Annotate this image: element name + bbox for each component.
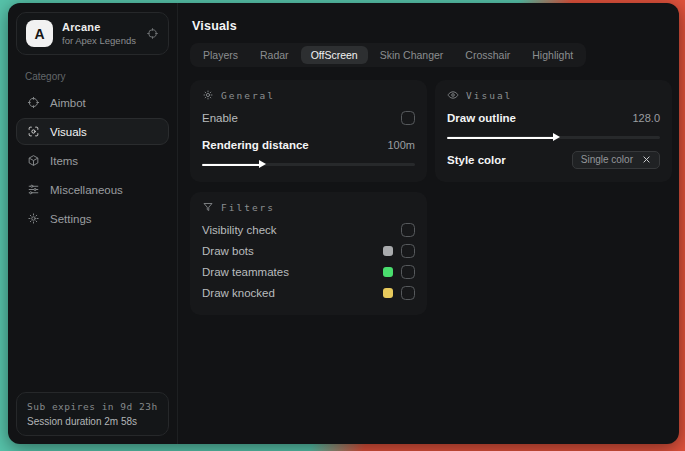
sidebar-item-settings[interactable]: Settings: [16, 205, 169, 232]
draw-knocked-color-swatch[interactable]: [383, 288, 393, 298]
draw-teammates-label: Draw teammates: [202, 266, 289, 278]
filters-panel-title: Filters: [221, 202, 275, 213]
filters-panel-header: Filters: [202, 201, 415, 213]
page-title: Visuals: [190, 13, 672, 43]
sidebar-item-label: Items: [50, 155, 78, 167]
app-logo: A: [26, 20, 53, 47]
draw-bots-row: Draw bots: [202, 240, 415, 261]
sidebar-item-label: Aimbot: [50, 97, 86, 109]
visual-panel-header: Visual: [447, 89, 660, 101]
desktop-background: A Arcane for Apex Legends Category: [0, 0, 685, 451]
enable-row: Enable: [202, 107, 415, 128]
tab-skin-changer[interactable]: Skin Changer: [370, 46, 454, 64]
tab-highlight[interactable]: Highlight: [522, 46, 583, 64]
rendering-distance-row: Rendering distance 100m: [202, 134, 415, 155]
draw-teammates-row: Draw teammates: [202, 261, 415, 282]
visibility-check-row: Visibility check: [202, 219, 415, 240]
rendering-distance-label: Rendering distance: [202, 139, 309, 151]
draw-knocked-label: Draw knocked: [202, 287, 275, 299]
slider-fill: [202, 164, 260, 166]
sidebar-nav: Aimbot Visuals Ite: [8, 87, 177, 234]
subscription-info-card: Sub expires in 9d 23h Session duration 2…: [16, 392, 169, 436]
draw-bots-label: Draw bots: [202, 245, 254, 257]
enable-checkbox[interactable]: [401, 111, 415, 125]
draw-teammates-checkbox[interactable]: [401, 265, 415, 279]
draw-outline-value: 128.0: [632, 112, 660, 124]
general-panel: General Enable Rendering distance 100m: [190, 80, 427, 182]
draw-outline-row: Draw outline 128.0: [447, 107, 660, 128]
app-subtitle: for Apex Legends: [62, 35, 136, 46]
style-color-row: Style color Single color: [447, 149, 660, 170]
tab-offscreen[interactable]: OffScreen: [301, 46, 368, 64]
draw-outline-slider[interactable]: [447, 131, 660, 143]
sidebar-header: A Arcane for Apex Legends: [16, 12, 169, 55]
eye-scan-icon: [27, 125, 40, 138]
rendering-distance-value: 100m: [387, 139, 415, 151]
target-icon[interactable]: [146, 27, 159, 40]
enable-label: Enable: [202, 112, 238, 124]
tab-players[interactable]: Players: [193, 46, 248, 64]
package-icon: [27, 154, 40, 167]
sidebar-item-label: Visuals: [50, 126, 87, 138]
panel-grid: General Enable Rendering distance 100m: [190, 80, 672, 315]
visual-panel: Visual Draw outline 128.0 Style color: [435, 80, 672, 182]
draw-knocked-checkbox[interactable]: [401, 286, 415, 300]
sliders-icon: [27, 183, 40, 196]
draw-outline-label: Draw outline: [447, 112, 516, 124]
filters-panel: Filters Visibility check Draw bots: [190, 192, 427, 315]
style-color-label: Style color: [447, 154, 506, 166]
draw-teammates-color-swatch[interactable]: [383, 267, 393, 277]
sidebar-item-aimbot[interactable]: Aimbot: [16, 89, 169, 116]
sidebar: A Arcane for Apex Legends Category: [8, 3, 178, 444]
sidebar-item-label: Settings: [50, 213, 92, 225]
eye-icon: [447, 89, 459, 101]
sidebar-item-items[interactable]: Items: [16, 147, 169, 174]
tab-crosshair[interactable]: Crosshair: [455, 46, 520, 64]
sun-icon: [202, 89, 214, 101]
slider-fill: [447, 137, 554, 139]
sidebar-item-label: Miscellaneous: [50, 184, 123, 196]
draw-knocked-row: Draw knocked: [202, 282, 415, 303]
visibility-check-checkbox[interactable]: [401, 223, 415, 237]
general-panel-title: General: [221, 90, 275, 101]
funnel-icon: [202, 201, 214, 213]
draw-bots-color-swatch[interactable]: [383, 246, 393, 256]
visibility-check-label: Visibility check: [202, 224, 277, 236]
category-label: Category: [8, 59, 177, 87]
crosshair-icon: [27, 96, 40, 109]
app-window: A Arcane for Apex Legends Category: [8, 3, 679, 444]
gear-icon: [27, 212, 40, 225]
style-color-value: Single color: [581, 154, 633, 165]
style-color-select[interactable]: Single color: [572, 151, 660, 169]
sidebar-item-visuals[interactable]: Visuals: [16, 118, 169, 145]
draw-bots-checkbox[interactable]: [401, 244, 415, 258]
sidebar-item-miscellaneous[interactable]: Miscellaneous: [16, 176, 169, 203]
rendering-distance-slider[interactable]: [202, 158, 415, 170]
app-identity: Arcane for Apex Legends: [62, 21, 136, 46]
tab-bar: Players Radar OffScreen Skin Changer Cro…: [190, 43, 586, 67]
general-panel-header: General: [202, 89, 415, 101]
tab-radar[interactable]: Radar: [250, 46, 299, 64]
sub-expires-text: Sub expires in 9d 23h: [27, 401, 158, 412]
main-content: Visuals Players Radar OffScreen Skin Cha…: [178, 3, 679, 444]
close-icon[interactable]: [642, 155, 651, 164]
visual-panel-title: Visual: [466, 90, 512, 101]
app-name: Arcane: [62, 21, 136, 33]
session-duration-text: Session duration 2m 58s: [27, 416, 158, 427]
